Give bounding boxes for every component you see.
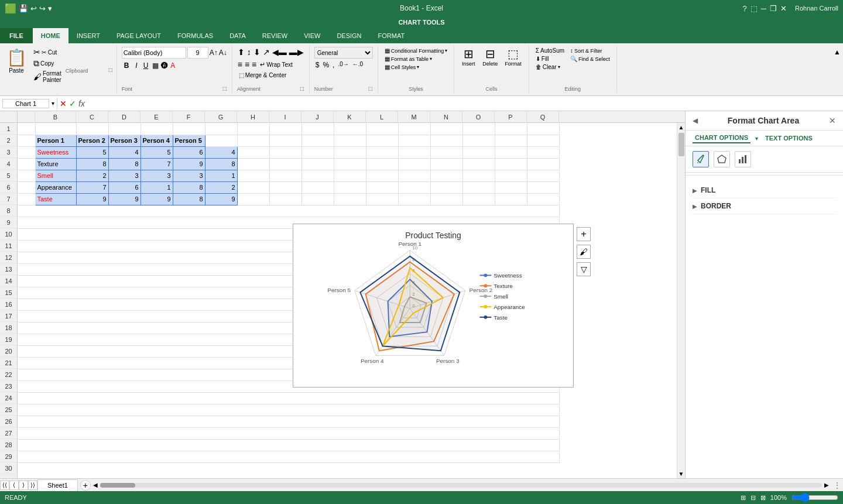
h-scroll-left[interactable]: ◀ [93,482,98,488]
cell-K2[interactable] [334,135,366,146]
tab-data[interactable]: DATA [221,28,254,43]
col-header-C[interactable]: C [76,111,108,122]
sheet-next-button[interactable]: ⟩ [19,481,28,490]
tab-file[interactable]: FILE [0,28,33,43]
sheet-tab-sheet1[interactable]: Sheet1 [37,479,78,491]
cell-G5[interactable]: 1 [205,170,237,181]
tab-dropdown-arrow[interactable]: ▾ [755,135,758,142]
cell-G4[interactable]: 8 [205,158,237,170]
cell-A5[interactable] [18,170,35,181]
cell-B6[interactable]: Appearance [35,181,76,193]
cell-M5[interactable] [398,170,430,181]
cell-I1[interactable] [269,123,301,135]
cell-N6[interactable] [430,181,462,193]
wrap-text-button[interactable]: ↵ Wrap Text [258,59,294,70]
delete-button[interactable]: ⊟ Delete [480,47,500,68]
text-direction-icon[interactable]: ↗ [262,47,270,57]
cell-O6[interactable] [462,181,495,193]
cell-I7[interactable] [269,193,301,205]
cell-K4[interactable] [334,158,366,170]
name-box[interactable] [2,99,49,108]
cell-M6[interactable] [398,181,430,193]
tab-page-layout[interactable]: PAGE LAYOUT [108,28,169,43]
cell-F2[interactable]: Person 5 [173,135,205,146]
cell-A1[interactable] [18,123,35,135]
cell-Q1[interactable] [527,123,559,135]
cut-button[interactable]: ✂ ✂ Cut [32,47,63,57]
format-button[interactable]: ⬚ Format [502,47,524,68]
cell-D7[interactable]: 9 [108,193,140,205]
tab-format[interactable]: FORMAT [370,28,413,43]
cell-B4[interactable]: Texture [35,158,76,170]
restore-icon[interactable]: ❐ [770,4,777,13]
h-scroll-right[interactable]: ▶ [824,482,829,488]
cell-D4[interactable]: 8 [108,158,140,170]
tab-view[interactable]: VIEW [296,28,328,43]
cell-H3[interactable] [237,146,269,158]
tab-chart-options[interactable]: CHART OPTIONS [693,133,751,143]
scroll-thumb[interactable] [678,133,684,156]
cell-H1[interactable] [237,123,269,135]
col-header-K[interactable]: K [334,111,366,122]
tab-insert[interactable]: INSERT [68,28,108,43]
cell-L1[interactable] [366,123,398,135]
cell-G3[interactable]: 4 [205,146,237,158]
cell-E2[interactable]: Person 4 [140,135,173,146]
currency-button[interactable]: $ [314,60,321,70]
tab-review[interactable]: REVIEW [254,28,296,43]
cell-G7[interactable]: 9 [205,193,237,205]
cell-E3[interactable]: 5 [140,146,173,158]
col-header-Q[interactable]: Q [527,111,559,122]
cell-J1[interactable] [301,123,334,135]
cell-L7[interactable] [366,193,398,205]
font-increase-icon[interactable]: A↑ [210,49,218,57]
cell-B2[interactable]: Person 1 [35,135,76,146]
clear-button[interactable]: 🗑 Clear ▾ [534,63,566,71]
col-header-F[interactable]: F [173,111,205,122]
format-painter-button[interactable]: 🖌 Format Painter [32,70,63,84]
sort-filter-button[interactable]: ↕ Sort & Filter [568,47,612,54]
cell-M4[interactable] [398,158,430,170]
cell-F7[interactable]: 8 [173,193,205,205]
panel-collapse-icon[interactable]: ◀ [693,116,698,125]
indent-decrease-icon[interactable]: ◀▬ [272,47,287,57]
cell-D3[interactable]: 4 [108,146,140,158]
fill-paint-icon-button[interactable] [693,151,709,167]
cell-E6[interactable]: 1 [140,181,173,193]
view-page-layout-icon[interactable]: ⊟ [751,494,756,502]
chart-filter-button[interactable]: ▽ [577,262,591,276]
fill-button[interactable]: ⬇ Fill [534,55,566,63]
cell-P3[interactable] [495,146,527,158]
cell-Q3[interactable] [527,146,559,158]
cell-C1[interactable] [76,123,108,135]
cell-E5[interactable]: 3 [140,170,173,181]
cell-K6[interactable] [334,181,366,193]
cell-N2[interactable] [430,135,462,146]
cell-C4[interactable]: 8 [76,158,108,170]
clipboard-expand-icon[interactable]: ⬚ [108,67,113,73]
col-header-A[interactable] [18,111,35,122]
chart-type-icon-button[interactable] [735,151,751,167]
cell-K1[interactable] [334,123,366,135]
font-decrease-icon[interactable]: A↓ [219,49,227,57]
cell-J4[interactable] [301,158,334,170]
cell-B5[interactable]: Smell [35,170,76,181]
cell-I3[interactable] [269,146,301,158]
cell-L4[interactable] [366,158,398,170]
zoom-slider[interactable] [791,493,838,502]
cell-A2[interactable] [18,135,35,146]
comma-button[interactable]: , [331,60,335,70]
number-expand-icon[interactable]: ⬚ [368,86,373,91]
name-box-arrow[interactable]: ▾ [52,100,54,107]
merge-center-button[interactable]: ⬚ Merge & Center [237,71,304,79]
cell-N7[interactable] [430,193,462,205]
font-name-input[interactable] [122,47,186,59]
cell-Q7[interactable] [527,193,559,205]
sheet-prev-button[interactable]: ⟨ [9,481,19,490]
align-bottom-icon[interactable]: ⬇ [253,47,261,57]
cell-Q4[interactable] [527,158,559,170]
cell-F3[interactable]: 6 [173,146,205,158]
cell-I2[interactable] [269,135,301,146]
border-section[interactable]: ▶ BORDER [693,198,836,214]
decimal-decrease-button[interactable]: ←.0 [351,60,364,70]
